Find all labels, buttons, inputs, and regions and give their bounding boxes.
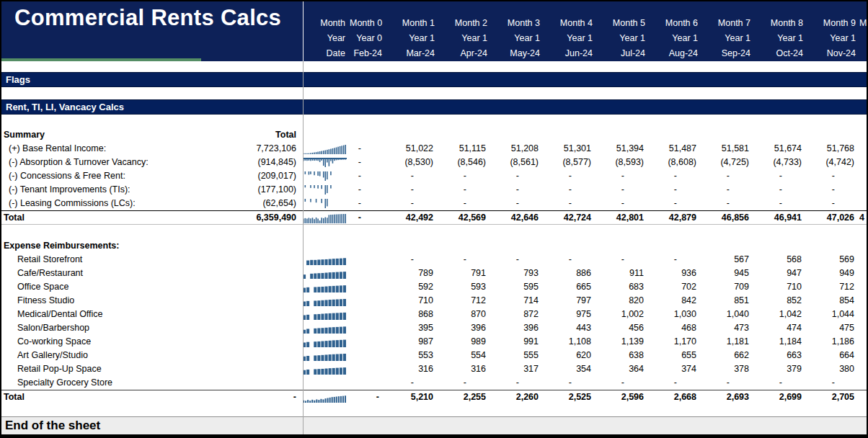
month-cell[interactable]: 975 [544,308,596,321]
month-cell[interactable]: 46,856 [701,211,754,225]
month-cell[interactable]: - [596,169,649,183]
spark-cell[interactable] [301,310,350,320]
month-cell[interactable]: 42,879 [649,211,701,225]
month-cell[interactable]: 396 [438,321,491,335]
block-heading-cell[interactable]: Summary [1,128,222,142]
spark-cell[interactable] [301,269,350,279]
month-header-cell[interactable]: Year 1 [544,32,596,45]
spark-cell[interactable] [301,365,350,375]
month-cell[interactable]: 51,674 [754,142,807,156]
month-cell[interactable]: 593 [438,280,491,294]
clipped-cell[interactable]: 4 [859,211,867,225]
month-header-cell[interactable]: Year 1 [386,32,438,45]
month-cell[interactable]: 712 [438,294,491,308]
month-cell[interactable]: 2,668 [649,390,701,404]
month-cell[interactable]: (8,577) [544,156,596,169]
month-cell[interactable]: 592 [386,280,438,294]
spark-cell[interactable] [301,323,350,334]
month-cell[interactable]: 1,108 [544,335,596,349]
month-header-cell[interactable]: Year 0 [350,32,386,45]
spark-cell[interactable] [301,393,350,403]
month-cell[interactable]: - [386,197,438,210]
month-cell[interactable]: 42,569 [438,211,491,225]
spark-cell[interactable] [301,144,350,154]
month-cell[interactable]: 2,596 [596,390,649,404]
month-cell[interactable]: - [807,183,859,197]
month-cell[interactable]: - [544,183,596,197]
month-cell[interactable]: - [649,197,701,210]
month-cell[interactable]: 842 [649,294,701,308]
section-bar-flags[interactable]: Flags [1,72,867,87]
month-cell[interactable]: - [596,197,649,210]
row-label-cell[interactable]: (-) Tenant Improvements (TIs): [1,183,222,197]
month-cell[interactable]: (4,725) [701,156,754,169]
month-cell[interactable]: 475 [807,321,859,335]
month-cell[interactable]: 712 [807,280,859,294]
section-bar-rent-calcs[interactable]: Rent, TI, LI, Vancacy Calcs [1,99,867,115]
month-cell[interactable]: - [807,197,859,210]
month-cell[interactable]: - [754,376,807,390]
month-cell[interactable]: 791 [438,267,491,280]
month-cell[interactable]: 456 [596,321,649,335]
month-cell[interactable]: - [701,169,754,183]
row-label-cell[interactable]: Art Gallery/Studio [1,349,222,362]
month-cell[interactable]: 42,801 [596,211,649,225]
month-cell[interactable]: 683 [596,280,649,294]
month-header-cell[interactable]: Year 1 [701,32,754,45]
month-cell[interactable]: - [350,169,386,183]
month-cell[interactable]: - [386,183,438,197]
month-cell[interactable]: 51,768 [807,142,859,156]
month-cell[interactable]: 710 [754,280,807,294]
month-cell[interactable]: 473 [701,321,754,335]
month-cell[interactable]: - [649,169,701,183]
month-cell[interactable]: 655 [649,349,701,362]
month-cell[interactable]: - [350,142,386,156]
month-cell[interactable]: 51,115 [438,142,491,156]
month-cell[interactable]: 354 [544,362,596,376]
row-label-cell[interactable]: Cafe/Restaurant [1,267,222,280]
month-header-cell[interactable]: Month 7 [701,17,754,30]
month-header-cell[interactable]: Month 5 [596,17,649,30]
month-cell[interactable]: 1,139 [596,335,649,349]
month-header-cell[interactable]: Nov-24 [807,47,859,61]
month-cell[interactable]: 2,525 [544,390,596,404]
month-cell[interactable]: 852 [754,294,807,308]
month-cell[interactable]: 468 [649,321,701,335]
month-cell[interactable]: (4,733) [754,156,807,169]
month-header-cell[interactable]: Oct-24 [754,47,807,61]
month-cell[interactable]: 569 [807,253,859,267]
month-cell[interactable]: 1,040 [701,308,754,321]
month-cell[interactable]: 2,705 [807,390,859,404]
month-cell[interactable]: - [649,253,701,267]
month-cell[interactable]: 42,492 [386,211,438,225]
row-label-cell[interactable]: Office Space [1,280,222,294]
month-cell[interactable]: 380 [807,362,859,376]
spark-cell[interactable] [301,185,350,195]
month-cell[interactable]: 2,699 [754,390,807,404]
month-header-cell[interactable]: Month 6 [649,17,701,30]
month-header-cell[interactable]: Mar-24 [386,47,438,61]
month-cell[interactable]: 851 [701,294,754,308]
month-header-cell[interactable]: Feb-24 [350,47,386,61]
spark-cell[interactable] [301,199,350,209]
month-cell[interactable]: 316 [438,362,491,376]
month-cell[interactable]: 374 [649,362,701,376]
month-cell[interactable]: 872 [491,308,544,321]
month-header-cell[interactable]: Month 4 [544,17,596,30]
month-header-cell[interactable]: Year 1 [807,32,859,45]
month-cell[interactable]: 47,026 [807,211,859,225]
clipped-header-cell[interactable]: Mo [859,17,867,30]
month-cell[interactable]: - [491,169,544,183]
month-cell[interactable]: - [438,376,491,390]
spark-cell[interactable] [301,158,350,168]
month-cell[interactable]: 51,208 [491,142,544,156]
month-header-cell[interactable]: Month 3 [491,17,544,30]
row-label-cell[interactable]: Total [1,390,222,404]
month-cell[interactable]: - [386,376,438,390]
spark-cell[interactable] [301,351,350,361]
month-cell[interactable]: - [701,376,754,390]
month-cell[interactable]: 567 [701,253,754,267]
month-header-cell[interactable]: Month 2 [438,17,491,30]
month-cell[interactable]: (8,608) [649,156,701,169]
month-header-cell[interactable]: Year 1 [596,32,649,45]
